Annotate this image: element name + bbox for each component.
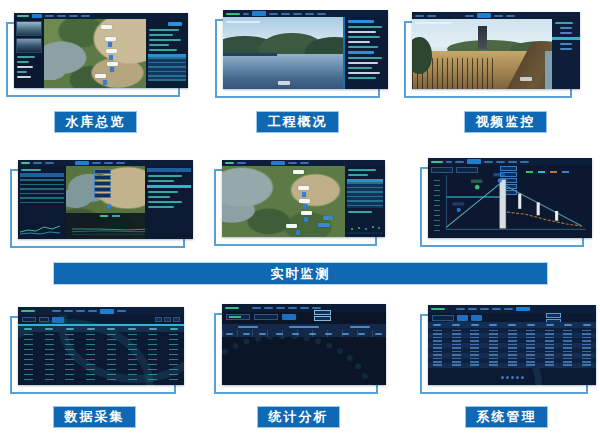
- screenshot-realtime-map-panels: [18, 160, 193, 239]
- label-system-management[interactable]: 系统管理: [465, 406, 548, 428]
- query-field[interactable]: [226, 314, 250, 320]
- legend: [100, 215, 120, 217]
- query-button[interactable]: [282, 314, 296, 320]
- label-project-overview[interactable]: 工程概况: [256, 111, 339, 133]
- photo-thumb: [16, 21, 42, 36]
- screenshot-data-collection: [18, 307, 184, 385]
- brochure-page: 水库总览 工程概况: [0, 0, 600, 441]
- screenshot-realtime-map-markers: [222, 160, 385, 237]
- mini-navbar: [412, 12, 580, 19]
- mini-info-panel: [345, 17, 388, 89]
- label-video-monitoring[interactable]: 视频监控: [464, 111, 547, 133]
- cross-section-diagram: [428, 158, 592, 238]
- tower: [478, 26, 487, 49]
- mini-camera-list: [552, 19, 580, 89]
- toolbar-field[interactable]: [39, 317, 49, 322]
- dam-edge: [223, 53, 277, 56]
- mini-photo-reservoir: [223, 17, 343, 89]
- mini-sidebar: [14, 19, 44, 88]
- mini-query-bar: [222, 312, 386, 322]
- empty-table-body: [222, 337, 386, 385]
- screenshot-system-management: [428, 305, 596, 385]
- mini-toolbar: [18, 315, 184, 324]
- search-field[interactable]: [432, 315, 454, 321]
- mini-left-panel: [18, 166, 66, 239]
- mini-navbar: [18, 307, 184, 315]
- mini-video-frame: [412, 19, 552, 89]
- timestamp-overlay: [226, 21, 260, 23]
- mini-satellite-map: [222, 166, 345, 237]
- trees: [412, 37, 432, 73]
- mini-toolbar: [428, 313, 542, 322]
- table-rows: [428, 328, 596, 368]
- camera-caption-chip: [520, 77, 532, 81]
- mini-navbar: [222, 304, 386, 312]
- mini-right-panel: [145, 166, 193, 239]
- pager-buttons[interactable]: [155, 317, 180, 322]
- panel-header: [147, 168, 191, 172]
- screenshot-reservoir-overview: [14, 13, 188, 88]
- label-statistics[interactable]: 统计分析: [257, 406, 340, 428]
- screenshot-cross-section: [428, 158, 592, 238]
- panel-header: [20, 173, 64, 177]
- table-header: [18, 326, 184, 332]
- add-button[interactable]: [471, 315, 482, 321]
- table-body: [24, 334, 178, 382]
- query-field[interactable]: [254, 314, 278, 320]
- photo-caption-chip: [278, 81, 290, 85]
- pagination-dots[interactable]: [428, 376, 596, 379]
- dropdown-menu[interactable]: [314, 310, 331, 321]
- mini-navbar: [428, 305, 596, 313]
- mini-right-panel: [345, 166, 385, 237]
- mini-table: [148, 54, 186, 81]
- section-bar-realtime-monitoring[interactable]: 实时监测: [53, 262, 548, 285]
- screenshot-project-overview: [223, 10, 388, 89]
- timestamp-overlay: [415, 22, 453, 24]
- mini-table: [347, 179, 383, 208]
- water-glimpse: [545, 51, 552, 89]
- mini-dot-chart: [347, 221, 383, 235]
- mini-line-chart: [20, 220, 64, 236]
- photo-thumb: [16, 38, 42, 53]
- dropdown-menu[interactable]: [94, 169, 111, 198]
- selected-camera[interactable]: [552, 37, 580, 40]
- label-reservoir-overview[interactable]: 水库总览: [54, 111, 137, 133]
- mini-table: [20, 179, 64, 203]
- mini-satellite-map: [44, 19, 146, 88]
- mini-navbar: [223, 10, 388, 17]
- highlight-row: [147, 185, 191, 188]
- mini-right-panel: [146, 19, 188, 88]
- screenshot-video-monitoring: [412, 12, 580, 89]
- label-data-collection[interactable]: 数据采集: [53, 406, 136, 428]
- table-header-two-tier: [222, 324, 386, 337]
- query-button[interactable]: [52, 317, 64, 323]
- search-button[interactable]: [457, 315, 468, 321]
- toolbar-field[interactable]: [22, 317, 36, 322]
- screenshot-statistics: [222, 304, 386, 385]
